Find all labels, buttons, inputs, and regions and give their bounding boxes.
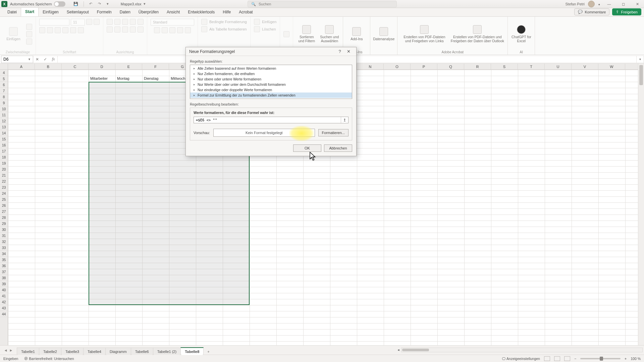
border-icon[interactable] [62,27,68,33]
comments-button[interactable]: 💬 Kommentare [574,8,609,15]
view-pagebreak-icon[interactable] [564,356,570,361]
underline-icon[interactable] [55,27,61,33]
sheet-tab-tabelle1-2-[interactable]: Tabelle1 (2) [153,348,181,355]
format-button[interactable]: Formatieren... [318,129,348,136]
ok-button[interactable]: OK [293,144,321,152]
search-input[interactable]: 🔍 Suchen [248,1,397,7]
nav-next-icon[interactable]: ► [9,348,13,352]
redo-icon[interactable]: ↷ [98,2,103,6]
bold-icon[interactable] [39,27,45,33]
cancel-button[interactable]: Abbrechen [324,144,352,152]
chatgpt-button[interactable]: ChatGPT for Excel [511,25,531,43]
rule-option-1[interactable]: Nur Zellen formatieren, die enthalten [190,71,352,76]
sheet-tab-tabelle4[interactable]: Tabelle4 [83,348,106,355]
view-normal-icon[interactable] [544,356,550,361]
zoom-level[interactable]: 100 % [631,357,641,361]
tab-entwicklertools[interactable]: Entwicklertools [184,8,219,16]
sheet-tab-tabelle8[interactable]: Tabelle8 [180,347,204,355]
tab-einfuegen[interactable]: Einfügen [39,8,62,16]
sheet-tab-tabelle6[interactable]: Tabelle6 [131,348,153,355]
decrease-font-icon[interactable] [94,19,100,25]
format-painter-icon[interactable] [26,39,32,45]
vertical-scrollbar[interactable] [638,64,644,345]
undo-icon[interactable]: ↶ [89,2,94,6]
italic-icon[interactable] [47,27,53,33]
increase-font-icon[interactable] [86,19,92,25]
hscroll-left-icon[interactable]: ◄ [396,348,401,352]
rule-option-4[interactable]: Nur eindeutige oder doppelte Werte forma… [190,87,352,93]
dialog-titlebar[interactable]: Neue Formatierungsregel ? ✕ [186,47,356,56]
zoom-in-icon[interactable]: + [625,357,627,361]
sheet-tab-tabelle3[interactable]: Tabelle3 [61,348,84,355]
notifications-icon[interactable]: ⬥ [598,2,600,6]
pdf-share-outlook-button[interactable]: Erstellen von PDF-Dateien und Freigeben … [450,25,504,43]
fx-icon[interactable]: fx [49,56,57,63]
chevron-down-icon[interactable]: ▼ [28,58,31,61]
pdf-outlook-icon [473,25,482,34]
copy-icon[interactable] [26,31,32,37]
rule-formula-input[interactable]: ↥ [194,117,348,123]
font-name-combo[interactable] [39,19,69,25]
rule-option-0[interactable]: Alle Zellen basierend auf ihren Werten f… [190,66,352,71]
sheet-tab-tabelle2[interactable]: Tabelle2 [39,348,61,355]
select-all-corner[interactable] [0,64,8,70]
qat-dropdown-icon[interactable]: ▾ [107,2,111,6]
font-color-icon[interactable] [78,27,84,33]
tab-ueberpruefen[interactable]: Überprüfen [135,8,163,16]
zoom-out-icon[interactable]: − [574,357,576,361]
sheet-tab-tabelle1[interactable]: Tabelle1 [17,348,39,355]
tab-datei[interactable]: Datei [3,8,21,16]
status-accessibility[interactable]: ⦿ Barrierefreiheit: Untersuchen [24,357,74,361]
doc-dropdown-icon[interactable]: ▾ [144,2,148,6]
find-select-button[interactable]: Suchen und Auswählen [319,25,339,43]
sheet-tabs[interactable]: Tabelle1Tabelle2Tabelle3Tabelle4Diagramm… [17,346,213,355]
collapse-dialog-icon[interactable]: ↥ [341,117,348,123]
close-window-button[interactable]: ✕ [632,0,643,8]
maximize-button[interactable]: ◻ [618,0,629,8]
sheet-tab-diagramm[interactable]: Diagramm [105,348,131,355]
tab-daten[interactable]: Daten [116,8,135,16]
tab-acrobat[interactable]: Acrobat [235,8,257,16]
cancel-formula-icon[interactable]: ✕ [33,56,41,63]
expand-formula-icon[interactable]: ▾ [637,56,644,63]
save-icon[interactable]: 💾 [73,2,78,6]
view-pagelayout-icon[interactable] [554,356,560,361]
nav-prev-icon[interactable]: ◄ [3,348,8,352]
cut-icon[interactable] [26,24,32,30]
add-sheet-button[interactable]: + [203,348,213,355]
sort-filter-button[interactable]: Sortieren und Filtern [297,25,317,43]
name-box[interactable]: D6 ▼ [1,56,33,63]
addins-button[interactable]: Add-Ins [346,27,367,41]
accept-formula-icon[interactable]: ✓ [41,56,49,63]
row-headers[interactable]: 4567891011121314151617181920212223242526… [0,70,8,345]
tab-ansicht[interactable]: Ansicht [163,8,184,16]
horizontal-scrollbar[interactable]: ◄ ► [401,348,643,352]
tab-seitenlayout[interactable]: Seitenlayout [63,8,93,16]
tab-start[interactable]: Start [21,7,39,16]
minimize-button[interactable]: — [604,0,614,8]
display-settings[interactable]: 🖵 Anzeigeeinstellungen [502,357,540,361]
tab-hilfe[interactable]: Hilfe [219,8,235,16]
rule-option-5[interactable]: Formel zur Ermittlung der zu formatieren… [190,93,352,98]
rule-formula-field[interactable] [194,117,341,123]
zoom-slider[interactable] [580,358,621,359]
autosum-icon[interactable] [283,31,289,37]
pdf-share-link-button[interactable]: Erstellen von PDF-Dateien und Freigeben … [401,25,448,43]
autosave-toggle[interactable]: Automatisches Speichern [10,1,65,7]
tab-formeln[interactable]: Formeln [93,8,116,16]
rule-option-3[interactable]: Nur Werte über oder unter dem Durchschni… [190,82,352,87]
share-button[interactable]: ⇪ Freigeben [612,8,641,15]
paste-icon [9,27,18,36]
rule-option-2[interactable]: Nur obere oder untere Werte formatieren [190,76,352,82]
font-size-combo[interactable]: 11 [71,19,85,25]
paste-button[interactable]: Einfügen [3,27,23,41]
sheet-nav[interactable]: ◄ ► [0,348,17,352]
avatar[interactable] [588,1,595,7]
number-format-combo[interactable]: Standard [151,19,194,25]
toggle-switch[interactable] [54,1,65,7]
help-button[interactable]: ? [335,49,344,54]
rule-type-list[interactable]: Alle Zellen basierend auf ihren Werten f… [190,65,352,99]
data-analysis-button[interactable]: Datenanalyse [374,27,394,41]
close-dialog-button[interactable]: ✕ [344,49,353,54]
fill-color-icon[interactable] [70,27,76,33]
